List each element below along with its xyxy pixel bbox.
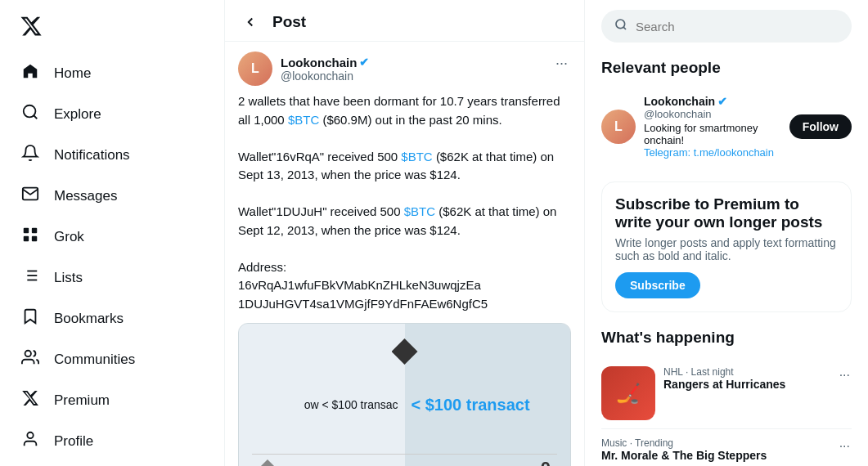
sidebar-item-lists[interactable]: Lists: [10, 258, 214, 298]
tweet-user-info: L Lookonchain ✔ @lookonchain: [238, 52, 369, 86]
avatar: L: [238, 52, 272, 86]
sidebar-item-more[interactable]: More: [10, 463, 214, 466]
sidebar-item-home[interactable]: Home: [10, 54, 214, 93]
diamond-icon-bottom: [259, 459, 277, 466]
sidebar: Home Explore Notifications Messages Grok…: [0, 0, 225, 466]
premium-icon: [20, 389, 41, 412]
sidebar-item-grok[interactable]: Grok: [10, 217, 214, 257]
svg-rect-4: [24, 236, 29, 241]
notifications-icon: [20, 144, 41, 167]
sidebar-item-label-messages: Messages: [54, 188, 117, 204]
btc-link-2[interactable]: $BTC: [401, 150, 432, 164]
communities-icon: [20, 348, 41, 371]
preview-right-text: < $100 transact: [405, 324, 571, 466]
back-button[interactable]: [238, 10, 263, 34]
person-name: Lookonchain ✔: [644, 95, 781, 108]
sidebar-item-label-notifications: Notifications: [54, 147, 130, 164]
svg-point-13: [27, 432, 33, 438]
premium-title: Subscribe to Premium to write your own l…: [615, 195, 838, 231]
sidebar-item-label-lists: Lists: [54, 270, 83, 286]
happening-item-1[interactable]: Music · Trending Mr. Morale & The Big St…: [601, 429, 852, 466]
lists-icon: [20, 267, 41, 289]
subscribe-button[interactable]: Subscribe: [615, 272, 700, 298]
person-bio-link[interactable]: Telegram: t.me/lookonchain: [644, 146, 774, 159]
tweet-body: 2 wallets that have been dormant for 10.…: [238, 92, 571, 313]
person-bio: Looking for smartmoney onchain! Telegram…: [644, 122, 781, 159]
sidebar-item-label-communities: Communities: [54, 352, 135, 368]
preview-divider: [252, 454, 557, 455]
person-verified-badge: ✔: [717, 95, 727, 108]
preview-left-text: ow < $100 transac: [239, 324, 405, 466]
author-name-block: Lookonchain ✔ @lookonchain: [281, 56, 369, 83]
btc-link-1[interactable]: $BTC: [288, 113, 319, 127]
svg-line-1: [34, 115, 37, 119]
post-header: Post: [225, 0, 584, 42]
svg-rect-3: [32, 228, 37, 233]
sidebar-item-label-premium: Premium: [54, 392, 110, 409]
premium-section: Subscribe to Premium to write your own l…: [601, 181, 852, 312]
sidebar-item-label-bookmarks: Bookmarks: [54, 311, 124, 327]
sidebar-logo[interactable]: [10, 7, 214, 49]
person-info: Lookonchain ✔ @lookonchain Looking for s…: [644, 95, 781, 159]
svg-rect-2: [24, 228, 29, 233]
sidebar-item-label-grok: Grok: [54, 229, 84, 245]
author-name: Lookonchain ✔: [281, 56, 369, 69]
happening-more-1[interactable]: ···: [838, 437, 852, 455]
search-input[interactable]: [636, 20, 839, 34]
sidebar-item-communities[interactable]: Communities: [10, 340, 214, 379]
happening-section: What's happening 🏒 NHL · Last night Rang…: [601, 329, 852, 466]
premium-desc: Write longer posts and apply text format…: [615, 236, 838, 262]
diamond-icon-top: [392, 338, 418, 365]
svg-point-17: [616, 20, 625, 29]
follow-button[interactable]: Follow: [789, 114, 852, 139]
tweet-image-preview[interactable]: ow < $100 transac < $100 transact 0: [238, 323, 571, 466]
happening-image-0: 🏒: [601, 366, 655, 420]
search-bar[interactable]: [601, 10, 852, 43]
profile-icon: [20, 430, 41, 453]
happening-title: What's happening: [601, 329, 852, 347]
verified-badge: ✔: [359, 56, 369, 69]
btc-link-3[interactable]: $BTC: [404, 204, 435, 218]
author-handle: @lookonchain: [281, 69, 369, 83]
main-content: Post L Lookonchain ✔ @lookonchain ··· 2 …: [225, 0, 585, 466]
person-handle: @lookonchain: [644, 108, 781, 120]
sidebar-item-explore[interactable]: Explore: [10, 95, 214, 134]
happening-category-0: NHL · Last night: [663, 366, 830, 378]
tweet-user-row: L Lookonchain ✔ @lookonchain ···: [238, 52, 571, 86]
relevant-people-title: Relevant people: [601, 59, 852, 77]
home-icon: [20, 62, 41, 85]
bookmarks-icon: [20, 307, 41, 330]
person-row: L Lookonchain ✔ @lookonchain Looking for…: [601, 88, 852, 165]
tweet-container: L Lookonchain ✔ @lookonchain ··· 2 walle…: [225, 42, 584, 466]
sidebar-item-premium[interactable]: Premium: [10, 381, 214, 420]
sidebar-item-label-home: Home: [54, 65, 91, 82]
sidebar-item-label-profile: Profile: [54, 433, 93, 450]
sidebar-item-messages[interactable]: Messages: [10, 177, 214, 216]
person-avatar: L: [601, 110, 636, 144]
svg-line-18: [623, 27, 626, 29]
svg-point-0: [24, 105, 36, 118]
happening-more-0[interactable]: ···: [838, 366, 852, 384]
relevant-people-section: Relevant people L Lookonchain ✔ @lookonc…: [601, 59, 852, 165]
sidebar-item-profile[interactable]: Profile: [10, 422, 214, 461]
svg-point-12: [25, 351, 31, 356]
messages-icon: [20, 185, 41, 208]
right-panel: Relevant people L Lookonchain ✔ @lookonc…: [585, 0, 868, 466]
grok-icon: [20, 226, 41, 249]
sidebar-item-label-explore: Explore: [54, 106, 101, 123]
happening-item-0[interactable]: 🏒 NHL · Last night Rangers at Hurricanes…: [601, 358, 852, 429]
svg-rect-5: [32, 236, 37, 241]
happening-item-title-0: Rangers at Hurricanes: [663, 378, 830, 391]
sidebar-item-bookmarks[interactable]: Bookmarks: [10, 299, 214, 338]
happening-text-0: NHL · Last night Rangers at Hurricanes: [663, 366, 830, 391]
preview-overlap: ow < $100 transac < $100 transact 0: [239, 324, 570, 466]
search-icon: [614, 18, 627, 34]
explore-icon: [20, 103, 41, 126]
sidebar-item-notifications[interactable]: Notifications: [10, 136, 214, 175]
post-title: Post: [272, 13, 306, 31]
preview-bottom-char: 0: [541, 458, 551, 466]
tweet-more-button[interactable]: ···: [552, 52, 571, 75]
happening-category-1: Music · Trending: [601, 437, 830, 449]
happening-text-1: Music · Trending Mr. Morale & The Big St…: [601, 437, 830, 462]
happening-item-title-1: Mr. Morale & The Big Steppers: [601, 449, 830, 462]
